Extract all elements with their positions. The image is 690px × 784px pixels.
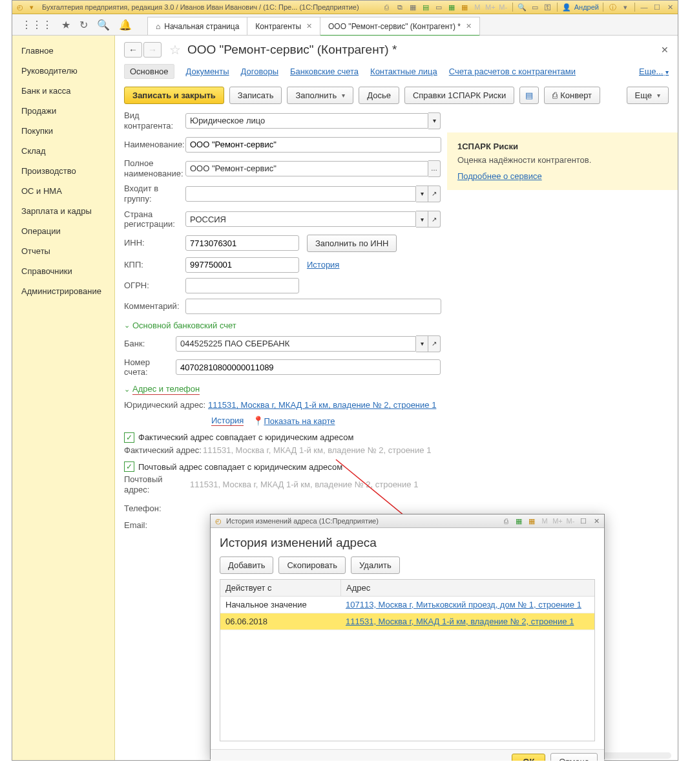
sidebar-item-catalogs[interactable]: Справочники: [12, 261, 114, 281]
open-icon[interactable]: ↗: [428, 185, 441, 202]
search-icon[interactable]: 🔍: [97, 19, 110, 31]
sidebar-item-sales[interactable]: Продажи: [12, 101, 114, 121]
m-minus-icon[interactable]: M-: [498, 2, 508, 12]
close-icon[interactable]: ✕: [306, 22, 312, 30]
row-address[interactable]: 111531, Москва г, МКАД 1-й км, владение …: [340, 613, 579, 630]
subnav-main[interactable]: Основное: [124, 64, 174, 79]
maximize-icon[interactable]: ☐: [578, 516, 589, 526]
kpp-history-link[interactable]: История: [307, 260, 339, 270]
m-plus-icon[interactable]: M+: [485, 2, 496, 12]
dossier-button[interactable]: Досье: [359, 87, 399, 104]
sidebar-item-os[interactable]: ОС и НМА: [12, 181, 114, 201]
m-plus-icon[interactable]: M+: [552, 516, 563, 526]
info-icon[interactable]: ⓘ: [607, 2, 618, 12]
name-input[interactable]: [185, 137, 441, 153]
fullname-input[interactable]: ООО "Ремонт-сервис": [185, 161, 428, 176]
sidebar-item-manager[interactable]: Руководителю: [12, 61, 114, 81]
sidebar-item-main[interactable]: Главное: [12, 41, 114, 61]
dropdown-icon[interactable]: ▾: [428, 112, 441, 129]
sidebar-item-warehouse[interactable]: Склад: [12, 141, 114, 161]
key-icon[interactable]: ⚿: [543, 2, 553, 12]
back-button[interactable]: ←: [124, 42, 142, 58]
dropdown-icon[interactable]: ▾: [416, 185, 428, 202]
spark-button[interactable]: Справки 1СПАРК Риски: [404, 87, 514, 104]
subnav-contacts[interactable]: Контактные лица: [370, 67, 437, 76]
show-map-link[interactable]: Показать на карте: [264, 416, 335, 426]
save-button[interactable]: Записать: [229, 87, 282, 104]
user-name[interactable]: Андрей: [574, 3, 599, 11]
minimize-icon[interactable]: —: [639, 2, 649, 12]
m-icon[interactable]: M: [539, 516, 550, 526]
fill-button[interactable]: Заполнить▾: [287, 87, 353, 104]
sidebar-item-purchases[interactable]: Покупки: [12, 121, 114, 141]
add-button[interactable]: Добавить: [220, 556, 273, 574]
address-section-header[interactable]: ⌄Адрес и телефон: [124, 384, 669, 395]
row-address[interactable]: 107113, Москва г, Митьковский проезд, до…: [340, 597, 587, 613]
subnav-contracts[interactable]: Договоры: [241, 67, 278, 76]
grid-icon[interactable]: ▦: [514, 516, 524, 526]
sidebar-item-operations[interactable]: Операции: [12, 221, 114, 241]
cancel-button[interactable]: Отмена: [550, 753, 598, 761]
dropdown-icon[interactable]: ▾: [416, 211, 428, 228]
ogrn-input[interactable]: [185, 278, 299, 293]
bank-select[interactable]: 044525225 ПАО СБЕРБАНК: [176, 336, 416, 352]
comment-input[interactable]: [185, 299, 441, 314]
maximize-icon[interactable]: ☐: [652, 2, 662, 12]
type-select[interactable]: Юридическое лицо: [185, 113, 428, 129]
favorite-icon[interactable]: ☆: [169, 42, 181, 58]
m-minus-icon[interactable]: M-: [565, 516, 576, 526]
more-button[interactable]: Еще▾: [627, 87, 669, 104]
ok-button[interactable]: ОК: [512, 754, 545, 761]
apps-icon[interactable]: ⋮⋮⋮: [21, 19, 52, 31]
calc-icon[interactable]: ▦: [408, 2, 418, 12]
kpp-input[interactable]: [185, 257, 299, 273]
spark-link[interactable]: Подробнее о сервисе: [457, 171, 542, 181]
inn-input[interactable]: [185, 235, 299, 251]
copy-icon[interactable]: ⧉: [395, 2, 405, 12]
list-icon-button[interactable]: ▤: [519, 87, 539, 104]
subnav-docs[interactable]: Документы: [186, 67, 229, 76]
open-icon[interactable]: ↗: [428, 335, 441, 352]
subnav-settlements[interactable]: Счета расчетов с контрагентами: [449, 67, 576, 76]
dropdown-icon[interactable]: ▾: [26, 2, 37, 12]
bank-section-header[interactable]: ⌄Основной банковский счет: [124, 321, 669, 330]
tab-contragents[interactable]: Контрагенты ✕: [247, 17, 320, 35]
subnav-more[interactable]: Еще... ▾: [639, 67, 669, 76]
sidebar-item-production[interactable]: Производство: [12, 161, 114, 181]
close-dialog-icon[interactable]: ✕: [591, 516, 601, 526]
envelope-button[interactable]: ⎙Конверт: [544, 87, 600, 104]
subnav-bank-accounts[interactable]: Банковские счета: [290, 67, 359, 76]
close-icon[interactable]: ✕: [466, 22, 472, 30]
addr-history-link[interactable]: История: [211, 416, 244, 426]
sidebar-item-salary[interactable]: Зарплата и кадры: [12, 201, 114, 221]
zoom-icon[interactable]: 🔍: [517, 2, 527, 12]
grid-icon[interactable]: ▦: [446, 2, 457, 12]
close-window-icon[interactable]: ✕: [665, 2, 675, 12]
tab-contragent-card[interactable]: ООО "Ремонт-сервис" (Контрагент) * ✕: [320, 17, 480, 36]
m-icon[interactable]: M: [472, 2, 483, 12]
doc-icon[interactable]: ▭: [434, 2, 444, 12]
history-icon[interactable]: ↻: [79, 19, 88, 31]
bell-icon[interactable]: 🔔: [119, 19, 132, 31]
open-icon[interactable]: ↗: [428, 211, 441, 228]
forward-button[interactable]: →: [143, 42, 162, 58]
dropdown-icon[interactable]: ▾: [416, 335, 428, 352]
legal-addr-link[interactable]: 111531, Москва г, МКАД 1-й км, владение …: [208, 400, 436, 410]
star-icon[interactable]: ★: [61, 19, 70, 31]
actual-match-checkbox[interactable]: ✓: [124, 432, 134, 443]
page-close-icon[interactable]: ✕: [661, 45, 669, 55]
account-input[interactable]: [176, 359, 441, 375]
sidebar-item-admin[interactable]: Администрирование: [12, 281, 114, 301]
print-icon[interactable]: ⎙: [501, 516, 511, 526]
tab-home[interactable]: ⌂ Начальная страница: [147, 17, 247, 35]
group-select[interactable]: [185, 186, 416, 202]
country-select[interactable]: РОССИЯ: [185, 211, 416, 227]
sidebar-item-reports[interactable]: Отчеты: [12, 241, 114, 261]
save-close-button[interactable]: Записать и закрыть: [124, 87, 224, 104]
copy-button[interactable]: Скопировать: [278, 556, 346, 574]
save-icon[interactable]: ▤: [421, 2, 431, 12]
post-match-checkbox[interactable]: ✓: [124, 461, 134, 472]
info-dropdown-icon[interactable]: ▾: [620, 2, 631, 12]
calendar-icon[interactable]: ▦: [527, 516, 537, 526]
ellipsis-icon[interactable]: …: [428, 160, 441, 177]
